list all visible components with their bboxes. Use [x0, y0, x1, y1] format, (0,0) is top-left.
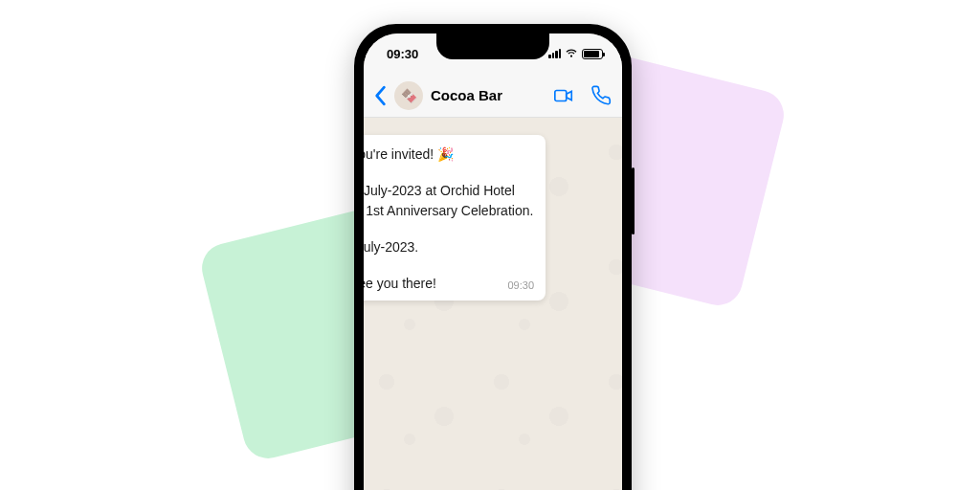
phone-screen: 09:30 🍫 Cocoa Bar — [364, 33, 622, 490]
chat-header: 🍫 Cocoa Bar — [364, 74, 622, 118]
message-line-2: Join us on 09-July-2023 at Orchid Hotel … — [364, 181, 534, 220]
avatar-icon: 🍫 — [401, 88, 417, 103]
back-button[interactable] — [373, 85, 387, 106]
phone-notch — [436, 33, 549, 59]
signal-icon — [548, 49, 561, 58]
message-line-3: RSVP by 05-July-2023. — [364, 237, 534, 256]
phone-side-button — [632, 167, 635, 234]
message-line-1: Hey Sunny, you're invited! 🎉 — [364, 145, 534, 164]
contact-name[interactable]: Cocoa Bar — [431, 87, 546, 103]
battery-icon — [582, 49, 603, 59]
status-indicators — [548, 49, 603, 59]
contact-avatar[interactable]: 🍫 — [394, 81, 423, 110]
message-timestamp: 09:30 — [507, 278, 534, 294]
incoming-message-bubble[interactable]: Hey Sunny, you're invited! 🎉 Join us on … — [364, 135, 546, 301]
voice-call-button[interactable] — [591, 85, 612, 106]
status-time: 09:30 — [387, 47, 418, 61]
phone-frame: 09:30 🍫 Cocoa Bar — [354, 24, 632, 490]
svg-rect-0 — [555, 90, 567, 100]
wifi-icon — [565, 49, 578, 58]
video-call-button[interactable] — [553, 85, 574, 106]
chat-body[interactable]: Hey Sunny, you're invited! 🎉 Join us on … — [364, 118, 622, 490]
message-line-4: We hope to see you there! — [364, 274, 436, 293]
